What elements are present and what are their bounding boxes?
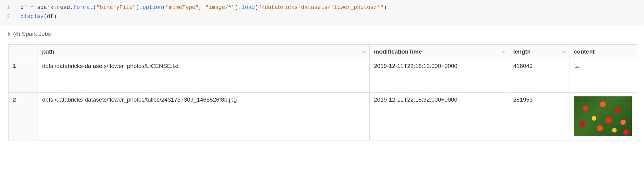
code-token: ( xyxy=(163,4,166,10)
code-token: df xyxy=(47,13,53,20)
column-header-label: content xyxy=(574,48,595,55)
cell-path: dbfs:/databricks-datasets/flower_photos/… xyxy=(38,59,370,93)
row-index: 1 xyxy=(9,59,38,93)
code-token: "binaryFile" xyxy=(97,4,136,10)
line-number: 1 xyxy=(0,3,10,12)
line-number: 2 xyxy=(0,12,10,21)
cell-modificationtime: 2019-12-11T22:16:12.000+0000 xyxy=(370,59,509,93)
svg-marker-2 xyxy=(562,50,566,53)
cell-length: 418049 xyxy=(509,59,569,93)
sort-icon[interactable] xyxy=(562,50,566,53)
spark-jobs-label: (4) Spark Jobs xyxy=(13,31,51,37)
cell-length: 281953 xyxy=(509,93,569,140)
column-header-path[interactable]: path xyxy=(38,45,370,59)
broken-image-icon xyxy=(574,63,580,69)
column-header-index xyxy=(9,45,38,59)
code-token: ). xyxy=(235,4,242,10)
code-token: format xyxy=(73,4,93,10)
row-index: 2 xyxy=(9,93,38,140)
column-header-label: path xyxy=(42,48,54,55)
code-token: read xyxy=(57,4,70,10)
code-token: spark xyxy=(37,4,53,10)
code-token: "/databricks-datasets/flower_photos/*" xyxy=(258,4,383,10)
code-token: = xyxy=(30,4,37,10)
column-header-content[interactable]: content xyxy=(569,45,637,59)
cell-path: dbfs:/databricks-datasets/flower_photos/… xyxy=(38,93,370,140)
table-row[interactable]: 2dbfs:/databricks-datasets/flower_photos… xyxy=(9,93,637,140)
code-token: . xyxy=(70,4,73,10)
caret-right-icon xyxy=(8,32,11,36)
code-token: "image/*" xyxy=(205,4,235,10)
spark-jobs-toggle[interactable]: (4) Spark Jobs xyxy=(0,24,644,44)
column-header-label: length xyxy=(513,48,531,55)
sort-icon[interactable] xyxy=(501,50,506,53)
cell-modificationtime: 2019-12-11T22:18:32.000+0000 xyxy=(370,93,509,140)
code-token: ) xyxy=(53,13,57,20)
column-header-modificationtime[interactable]: modificationTime xyxy=(370,45,509,59)
code-token: "mimeType" xyxy=(166,4,199,10)
sort-icon[interactable] xyxy=(362,50,366,53)
code-token: display xyxy=(20,13,44,20)
result-table: path modificationTime length xyxy=(8,44,637,140)
cell-content xyxy=(569,59,637,93)
code-token: load xyxy=(242,4,255,10)
image-thumbnail xyxy=(574,96,632,136)
column-header-label: modificationTime xyxy=(374,48,422,55)
code-token: ( xyxy=(255,4,258,10)
code-gutter: 1 2 xyxy=(0,2,15,22)
code-cell[interactable]: 1 2 df = spark.read.format("binaryFile")… xyxy=(0,0,644,24)
code-token: df xyxy=(20,4,30,10)
svg-marker-0 xyxy=(362,50,366,53)
cell-content xyxy=(569,93,637,140)
table-row[interactable]: 1dbfs:/databricks-datasets/flower_photos… xyxy=(9,59,637,93)
code-token: . xyxy=(53,4,57,10)
column-header-length[interactable]: length xyxy=(509,45,569,59)
code-token: ( xyxy=(44,13,47,20)
svg-marker-1 xyxy=(501,50,506,53)
code-token: ). xyxy=(136,4,143,10)
code-token: option xyxy=(143,4,163,10)
code-content[interactable]: df = spark.read.format("binaryFile").opt… xyxy=(15,2,387,22)
code-token: ( xyxy=(93,4,97,10)
code-token: , xyxy=(199,4,205,10)
code-token: ) xyxy=(383,4,387,10)
